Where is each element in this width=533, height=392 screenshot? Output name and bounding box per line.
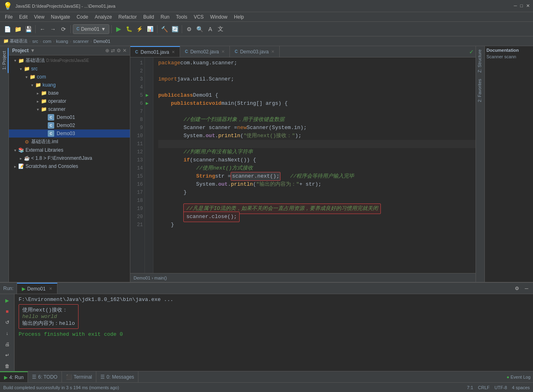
- bc-item-1[interactable]: 基础语法: [10, 38, 28, 44]
- tree-item-demo01[interactable]: C Demo01: [9, 113, 130, 121]
- menu-item-file[interactable]: File: [2, 13, 16, 21]
- minimize-btn[interactable]: ─: [514, 3, 517, 8]
- menu-item-edit[interactable]: Edit: [16, 13, 31, 21]
- sidebar-tab-project[interactable]: 1: Project: [0, 48, 8, 73]
- menu-item-window[interactable]: Window: [207, 13, 231, 21]
- tab-demo02[interactable]: C Demo02.java ✕: [180, 46, 230, 57]
- tree-item-com[interactable]: ▾ 📁 com: [9, 73, 130, 81]
- translate2-btn[interactable]: 文: [216, 24, 225, 34]
- bc-item-3[interactable]: com: [43, 39, 51, 44]
- bc-item-5[interactable]: scanner: [73, 39, 89, 44]
- toolbar-save-btn[interactable]: 💾: [23, 24, 33, 34]
- translate-btn[interactable]: A: [205, 24, 215, 34]
- toolbar-sep-1: [35, 25, 36, 33]
- menu-item-navigate[interactable]: Navigate: [48, 13, 73, 21]
- run-clear-btn[interactable]: 🗑: [2, 362, 12, 371]
- maximize-btn[interactable]: □: [520, 3, 523, 8]
- toolbar-recent-btn[interactable]: ⟳: [59, 24, 68, 34]
- coverage-btn[interactable]: ⚡: [135, 24, 144, 34]
- project-dropdown-arrow[interactable]: ▼: [30, 48, 35, 53]
- menu-item-refactor[interactable]: Refactor: [115, 13, 140, 21]
- project-close-btn[interactable]: ✕: [123, 48, 127, 53]
- tree-item-src[interactable]: ▾ 📁 src: [9, 65, 130, 73]
- expand-icon: ▸: [12, 163, 18, 169]
- status-encoding[interactable]: UTF-8: [495, 385, 507, 390]
- project-add-btn[interactable]: ⊕: [105, 48, 109, 53]
- bottom-minimize-btn[interactable]: ─: [522, 284, 531, 292]
- toolbar-new-btn[interactable]: 📄: [2, 24, 12, 34]
- bottom-settings-btn[interactable]: ⚙: [513, 284, 521, 292]
- code-content[interactable]: package com.kuang.scanner; import java.u…: [153, 57, 476, 273]
- structure-tab[interactable]: Z: Structure: [476, 46, 484, 76]
- run-stop-btn[interactable]: ■: [2, 307, 12, 316]
- expand-icon: ▸: [35, 98, 40, 104]
- tree-item-scanner[interactable]: ▾ 📁 scanner: [9, 105, 130, 113]
- tab-demo03[interactable]: C Demo03.java ✕: [230, 46, 280, 57]
- tab-label: Demo03.java: [240, 49, 269, 55]
- tree-item-iml[interactable]: ⚙ 基础语法.iml: [9, 138, 130, 146]
- run-btn[interactable]: ▶: [114, 24, 123, 34]
- menu-item-vcs[interactable]: VCS: [191, 13, 207, 21]
- tree-item-root[interactable]: ▾ 📁 基础语法 D:\IdeaProjects\JavaSE: [9, 56, 130, 65]
- action-tab-run[interactable]: ▶ 4: Run: [0, 371, 28, 382]
- build-btn[interactable]: 🔨: [159, 24, 169, 34]
- tab-close-icon[interactable]: ✕: [271, 49, 274, 54]
- menu-item-tools[interactable]: Tools: [173, 13, 191, 21]
- rebuild-btn[interactable]: 🔄: [170, 24, 180, 34]
- profile-btn[interactable]: 📊: [145, 24, 155, 34]
- code-line-20: scanner.close();: [158, 213, 476, 221]
- run-label: Run:: [3, 286, 13, 291]
- menu-item-view[interactable]: View: [31, 13, 48, 21]
- tree-item-ext-libs[interactable]: ▾ 📚 External Libraries: [9, 146, 130, 154]
- menu-item-help[interactable]: Help: [231, 13, 247, 21]
- search-everywhere-btn[interactable]: 🔍: [195, 24, 204, 34]
- project-sync-btn[interactable]: ⇄: [111, 48, 115, 53]
- status-indent[interactable]: 4 spaces: [512, 385, 530, 390]
- run-print-btn[interactable]: 🖨: [2, 340, 12, 349]
- favorites-tab[interactable]: 2: Favorites: [476, 76, 484, 105]
- bc-item-2[interactable]: src: [32, 39, 38, 44]
- menu-item-build[interactable]: Build: [140, 13, 157, 21]
- tree-item-scratches[interactable]: ▸ 📝 Scratches and Consoles: [9, 162, 130, 170]
- bottom-tab-demo01[interactable]: ▶ Demo01 ✕: [17, 283, 57, 294]
- run-config-dropdown[interactable]: C Demo01 ▼: [73, 24, 109, 34]
- run-scroll-end-btn[interactable]: ↓: [2, 328, 12, 338]
- tab-close-icon[interactable]: ✕: [221, 49, 225, 54]
- toolbar-forward-btn[interactable]: →: [48, 24, 58, 34]
- tree-item-demo02[interactable]: C Demo02: [9, 121, 130, 129]
- toolbar-open-btn[interactable]: 📁: [13, 24, 23, 34]
- event-log-btn[interactable]: ● Event Log: [507, 375, 531, 379]
- status-line-ending[interactable]: CRLF: [478, 385, 490, 390]
- run-icon: ▶: [4, 375, 8, 380]
- tab-demo01[interactable]: C Demo01.java ✕: [130, 46, 180, 57]
- sdk-btn[interactable]: ⚙: [184, 24, 194, 34]
- project-settings-btn[interactable]: ⚙: [117, 48, 121, 53]
- action-tab-terminal[interactable]: ⬛ Terminal: [62, 371, 96, 382]
- action-tab-todo[interactable]: ☰ 6: TODO: [28, 371, 62, 382]
- tree-item-jdk[interactable]: ▸ ☕ < 1.8 > F:\Environment\Java: [9, 154, 130, 162]
- menu-item-analyze[interactable]: Analyze: [91, 13, 115, 21]
- run-output-line-3: 输出的内容为：hello: [22, 320, 75, 327]
- expand-icon: ▾: [35, 106, 40, 112]
- status-position[interactable]: 7:1: [467, 385, 473, 390]
- close-btn[interactable]: ✕: [526, 3, 530, 8]
- menu-item-run[interactable]: Run: [157, 13, 173, 21]
- action-tab-messages[interactable]: ☰ 0: Messages: [96, 371, 138, 382]
- debug-btn[interactable]: 🐛: [124, 24, 134, 34]
- run-rerun-btn[interactable]: ↺: [2, 318, 12, 327]
- run-tab-close[interactable]: ✕: [49, 286, 52, 291]
- tab-java-icon: C: [185, 49, 188, 54]
- tree-item-operator[interactable]: ▸ 📁 operator: [9, 97, 130, 105]
- tab-close-icon[interactable]: ✕: [172, 50, 175, 54]
- iml-icon: ⚙: [23, 139, 30, 145]
- run-play-btn[interactable]: ▶: [2, 296, 12, 305]
- code-line-8: //创建一个扫描器对象，用于接收键盘数据: [158, 116, 476, 124]
- menu-item-code[interactable]: Code: [73, 13, 91, 21]
- bc-item-4[interactable]: kuang: [56, 39, 68, 44]
- expand-icon: ▸: [35, 90, 40, 96]
- tree-item-kuang[interactable]: ▾ 📁 kuang: [9, 81, 130, 89]
- tree-item-demo03[interactable]: C Demo03: [9, 129, 130, 138]
- run-wrap-btn[interactable]: ↵: [2, 351, 12, 360]
- tree-item-base[interactable]: ▸ 📁 base: [9, 89, 130, 97]
- toolbar-back-btn[interactable]: ←: [38, 24, 47, 34]
